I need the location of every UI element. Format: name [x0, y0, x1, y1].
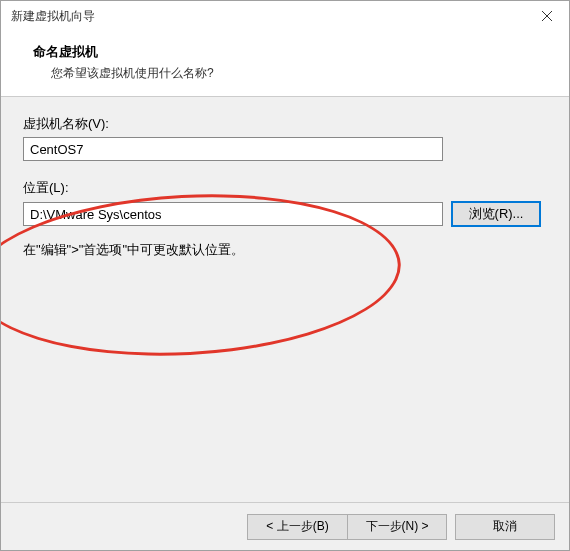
wizard-window: 新建虚拟机向导 命名虚拟机 您希望该虚拟机使用什么名称? 虚拟机名称(V): 位…: [0, 0, 570, 551]
wizard-header: 命名虚拟机 您希望该虚拟机使用什么名称?: [1, 31, 569, 97]
next-button[interactable]: 下一步(N) >: [347, 514, 447, 540]
vm-name-label: 虚拟机名称(V):: [23, 115, 547, 133]
back-button[interactable]: < 上一步(B): [247, 514, 347, 540]
hint-text: 在"编辑">"首选项"中可更改默认位置。: [23, 241, 547, 259]
close-icon: [542, 11, 552, 21]
page-title: 命名虚拟机: [33, 43, 549, 61]
location-label: 位置(L):: [23, 179, 547, 197]
page-subtitle: 您希望该虚拟机使用什么名称?: [51, 65, 549, 82]
browse-button[interactable]: 浏览(R)...: [451, 201, 541, 227]
cancel-button[interactable]: 取消: [455, 514, 555, 540]
wizard-footer: < 上一步(B) 下一步(N) > 取消: [1, 502, 569, 550]
close-button[interactable]: [524, 1, 569, 31]
wizard-content: 虚拟机名称(V): 位置(L): 浏览(R)... 在"编辑">"首选项"中可更…: [1, 97, 569, 497]
location-input[interactable]: [23, 202, 443, 226]
titlebar: 新建虚拟机向导: [1, 1, 569, 31]
vm-name-input[interactable]: [23, 137, 443, 161]
window-title: 新建虚拟机向导: [11, 8, 95, 25]
